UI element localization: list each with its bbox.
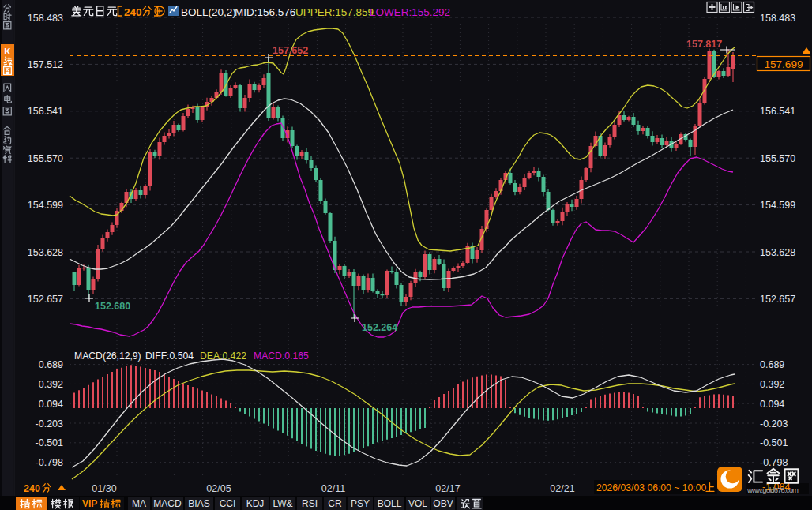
svg-text:157.512: 157.512 xyxy=(28,59,63,70)
svg-text:152.657: 152.657 xyxy=(28,294,63,305)
svg-text:-0.798: -0.798 xyxy=(36,457,63,468)
svg-text:www.gold678.com: www.gold678.com xyxy=(746,486,799,494)
svg-text:KDJ: KDJ xyxy=(246,498,265,509)
svg-text:-0.203: -0.203 xyxy=(36,418,63,429)
svg-text:-0.501: -0.501 xyxy=(36,437,63,448)
svg-text:UPPER:157.859: UPPER:157.859 xyxy=(295,6,374,18)
svg-text:VIP: VIP xyxy=(82,498,97,509)
svg-text:VOL: VOL xyxy=(408,498,427,509)
svg-text:157.652: 157.652 xyxy=(273,45,308,56)
svg-text:BIAS: BIAS xyxy=(188,498,209,509)
svg-text:02/11: 02/11 xyxy=(321,483,345,494)
svg-text:157.699: 157.699 xyxy=(765,58,803,70)
svg-text:158.483: 158.483 xyxy=(28,13,63,24)
svg-text:0.094: 0.094 xyxy=(39,399,63,410)
svg-text:158.483: 158.483 xyxy=(760,13,795,24)
svg-text:CR: CR xyxy=(328,498,342,509)
svg-text:0.392: 0.392 xyxy=(39,379,63,390)
svg-text:154.599: 154.599 xyxy=(28,200,63,211)
svg-text:-0.203: -0.203 xyxy=(760,418,788,429)
svg-text:MACD: MACD xyxy=(153,498,182,509)
svg-text:OBV: OBV xyxy=(433,498,453,509)
svg-text:BOLL: BOLL xyxy=(378,498,402,509)
svg-text:-0.798: -0.798 xyxy=(760,457,788,468)
svg-text:156.541: 156.541 xyxy=(760,106,795,117)
svg-text:0.689: 0.689 xyxy=(760,359,784,370)
svg-text:0.689: 0.689 xyxy=(39,359,63,370)
svg-text:BOLL(20,2): BOLL(20,2) xyxy=(181,6,236,18)
svg-text:240: 240 xyxy=(24,483,40,494)
svg-text:MID:156.576: MID:156.576 xyxy=(235,6,295,18)
svg-text:152.680: 152.680 xyxy=(95,301,130,312)
svg-text:02/21: 02/21 xyxy=(550,483,574,494)
svg-text:155.570: 155.570 xyxy=(760,153,795,164)
svg-text:MA: MA xyxy=(132,498,146,509)
svg-text:240: 240 xyxy=(124,6,142,18)
svg-text:157.817: 157.817 xyxy=(686,39,722,50)
svg-text:152.264: 152.264 xyxy=(362,322,397,333)
svg-text:152.657: 152.657 xyxy=(760,294,795,305)
svg-text:-0.501: -0.501 xyxy=(760,437,788,448)
svg-text:LW&: LW& xyxy=(273,498,292,509)
svg-text:153.628: 153.628 xyxy=(28,247,63,258)
svg-text:0.392: 0.392 xyxy=(760,379,784,390)
svg-text:MACD(26,12,9): MACD(26,12,9) xyxy=(74,351,141,362)
svg-text:156.541: 156.541 xyxy=(28,106,63,117)
svg-text:155.570: 155.570 xyxy=(28,153,63,164)
svg-text:DEA:0.422: DEA:0.422 xyxy=(200,351,246,362)
svg-text:154.599: 154.599 xyxy=(760,200,795,211)
svg-text:02/17: 02/17 xyxy=(435,483,460,494)
svg-text:2026/03/03 06:00 ~ 10:00: 2026/03/03 06:00 ~ 10:00 xyxy=(596,482,706,493)
svg-text:01/30: 01/30 xyxy=(92,483,116,494)
svg-text:MACD:0.165: MACD:0.165 xyxy=(254,351,309,362)
svg-text:LOWER:155.292: LOWER:155.292 xyxy=(370,6,450,18)
svg-text:02/05: 02/05 xyxy=(206,483,231,494)
svg-text:K: K xyxy=(4,47,11,56)
svg-text:DIFF:0.504: DIFF:0.504 xyxy=(145,351,194,362)
svg-text:153.628: 153.628 xyxy=(760,247,795,258)
svg-text:PSY: PSY xyxy=(351,498,370,509)
svg-text:RSI: RSI xyxy=(302,498,318,509)
svg-text:0.094: 0.094 xyxy=(760,399,784,410)
svg-text:CCI: CCI xyxy=(220,498,236,509)
